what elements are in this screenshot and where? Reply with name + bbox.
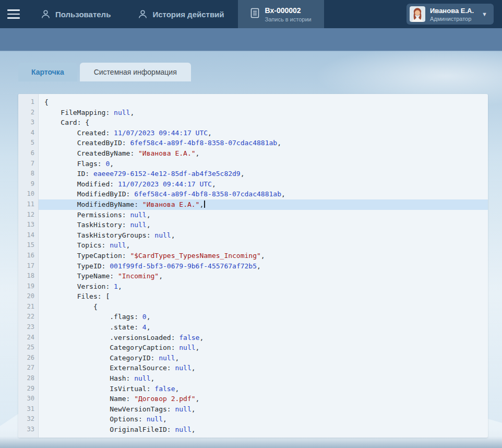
code-line[interactable]: 24 .versionsLoaded: false, — [18, 333, 488, 343]
code-text: OriginalFileID: null, — [39, 425, 488, 435]
code-line[interactable]: 13 TaskHistory: null, — [18, 220, 488, 230]
code-line[interactable]: 22 .flags: 0, — [18, 312, 488, 322]
code-text: Files: [ — [39, 291, 488, 302]
code-text: Topics: null, — [39, 240, 488, 251]
main-content: Карточка Системная информация — [0, 51, 502, 81]
code-line[interactable]: 19 Version: 1, — [18, 281, 488, 292]
system-info-code-panel: 1{2 FileMapping: null,3 Card: {4 Created… — [18, 94, 488, 438]
code-text: TaskHistoryGroups: null, — [39, 230, 488, 241]
line-number: 9 — [18, 179, 39, 190]
user-avatar — [410, 6, 425, 22]
code-line[interactable]: 1{ — [18, 97, 488, 108]
code-text: { — [39, 302, 488, 312]
line-number: 25 — [18, 343, 39, 353]
code-line[interactable]: 16 TypeCaption: "$CardTypes_TypesNames_I… — [18, 251, 488, 261]
code-line[interactable]: 31 NewVersionTags: null, — [18, 404, 488, 415]
line-number: 31 — [18, 404, 39, 415]
line-number: 16 — [18, 251, 39, 261]
code-line[interactable]: 5 CreatedByID: 6fef58c4-a89f-4bf8-8358-0… — [18, 138, 488, 148]
code-line[interactable]: 28 Hash: null, — [18, 373, 488, 384]
code-text: Name: "Договор 2.pdf", — [39, 394, 488, 404]
line-number: 8 — [18, 169, 39, 179]
code-line[interactable]: 9 Modified: 11/07/2023 09:44:17 UTC, — [18, 179, 488, 190]
user-name: Иванова Е.А. — [430, 7, 474, 15]
code-text: CreatedByName: "Иванова Е.А.", — [39, 148, 488, 159]
code-text: NewVersionTags: null, — [39, 404, 488, 415]
code-text: ModifiedByID: 6fef58c4-a89f-4bf8-8358-07… — [39, 189, 488, 199]
line-number: 19 — [18, 281, 39, 292]
line-number: 14 — [18, 230, 39, 241]
code-line[interactable]: 11 ModifiedByName: "Иванова Е.А.", — [18, 199, 488, 210]
line-number: 11 — [18, 199, 39, 210]
code-line[interactable]: 30 Name: "Договор 2.pdf", — [18, 394, 488, 404]
line-number: 4 — [18, 128, 39, 138]
code-text: .versionsLoaded: false, — [39, 333, 488, 343]
code-text: CategoryID: null, — [39, 353, 488, 363]
background-water — [0, 437, 502, 448]
code-line[interactable]: 6 CreatedByName: "Иванова Е.А.", — [18, 148, 488, 159]
nav-item-user[interactable]: Пользователь — [27, 0, 124, 28]
code-text: Permissions: null, — [39, 210, 488, 220]
menu-button[interactable] — [0, 0, 27, 28]
tab-card[interactable]: Карточка — [18, 63, 77, 81]
line-number: 27 — [18, 363, 39, 373]
code-line[interactable]: 7 Flags: 0, — [18, 159, 488, 169]
tab-bar: Карточка Системная информация — [18, 63, 502, 81]
line-number: 28 — [18, 373, 39, 384]
document-icon — [250, 8, 259, 20]
code-line[interactable]: 23 .state: 4, — [18, 322, 488, 333]
nav-item-label: Пользователь — [55, 10, 111, 19]
nav-item-label: История действий — [152, 10, 224, 19]
line-number: 18 — [18, 271, 39, 281]
code-line[interactable]: 10 ModifiedByID: 6fef58c4-a89f-4bf8-8358… — [18, 189, 488, 199]
code-line[interactable]: 20 Files: [ — [18, 291, 488, 302]
line-number: 24 — [18, 333, 39, 343]
code-line[interactable]: 27 ExternalSource: null, — [18, 363, 488, 373]
code-line[interactable]: 2 FileMapping: null, — [18, 108, 488, 118]
code-line[interactable]: 26 CategoryID: null, — [18, 353, 488, 363]
code-text: ExternalSource: null, — [39, 363, 488, 373]
document-tab-subtitle: Запись в истории — [265, 16, 312, 22]
code-line[interactable]: 12 Permissions: null, — [18, 210, 488, 220]
nav-item-history[interactable]: История действий — [124, 0, 237, 28]
code-line[interactable]: 21 { — [18, 302, 488, 312]
code-line[interactable]: 14 TaskHistoryGroups: null, — [18, 230, 488, 241]
code-text: Created: 11/07/2023 09:44:17 UTC, — [39, 128, 488, 138]
code-line[interactable]: 29 IsVirtual: false, — [18, 384, 488, 394]
code-line[interactable]: 32 Options: null, — [18, 414, 488, 425]
line-number: 20 — [18, 291, 39, 302]
line-number: 3 — [18, 117, 39, 128]
code-text: TypeName: "Incoming", — [39, 271, 488, 281]
tab-system-info[interactable]: Системная информация — [80, 63, 191, 81]
line-number: 5 — [18, 138, 39, 148]
code-line[interactable]: 33 OriginalFileID: null, — [18, 425, 488, 435]
code-text: Version: 1, — [39, 281, 488, 292]
line-number: 29 — [18, 384, 39, 394]
chevron-down-icon: ▼ — [482, 11, 487, 17]
line-number: 26 — [18, 353, 39, 363]
code-line[interactable]: 18 TypeName: "Incoming", — [18, 271, 488, 281]
code-text: CreatedByID: 6fef58c4-a89f-4bf8-8358-07c… — [39, 138, 488, 148]
code-text: Options: null, — [39, 414, 488, 425]
code-text: IsVirtual: false, — [39, 384, 488, 394]
text-cursor — [204, 201, 205, 208]
line-number: 10 — [18, 189, 39, 199]
user-role: Администратор — [430, 16, 474, 22]
line-number: 22 — [18, 312, 39, 322]
code-text: Modified: 11/07/2023 09:44:17 UTC, — [39, 179, 488, 190]
code-line[interactable]: 25 CategoryCaption: null, — [18, 343, 488, 353]
line-number: 6 — [18, 148, 39, 159]
code-line[interactable]: 15 Topics: null, — [18, 240, 488, 251]
user-menu[interactable]: Иванова Е.А. Администратор ▼ — [407, 4, 494, 25]
code-text: Card: { — [39, 117, 488, 128]
code-line[interactable]: 8 ID: eaeee729-6152-4e12-85df-ab4f3e5c82… — [18, 169, 488, 179]
code-text: ModifiedByName: "Иванова Е.А.", — [39, 199, 488, 210]
code-line[interactable]: 3 Card: { — [18, 117, 488, 128]
code-text: ID: eaeee729-6152-4e12-85df-ab4f3e5c82d9… — [39, 169, 488, 179]
line-number: 13 — [18, 220, 39, 230]
code-line[interactable]: 4 Created: 11/07/2023 09:44:17 UTC, — [18, 128, 488, 138]
line-number: 33 — [18, 425, 39, 435]
code-line[interactable]: 17 TypeID: 001f99fd-5bf3-0679-9b6f-45576… — [18, 261, 488, 272]
document-tab[interactable]: Вх-000002 Запись в истории — [238, 0, 324, 28]
line-number: 1 — [18, 97, 39, 108]
